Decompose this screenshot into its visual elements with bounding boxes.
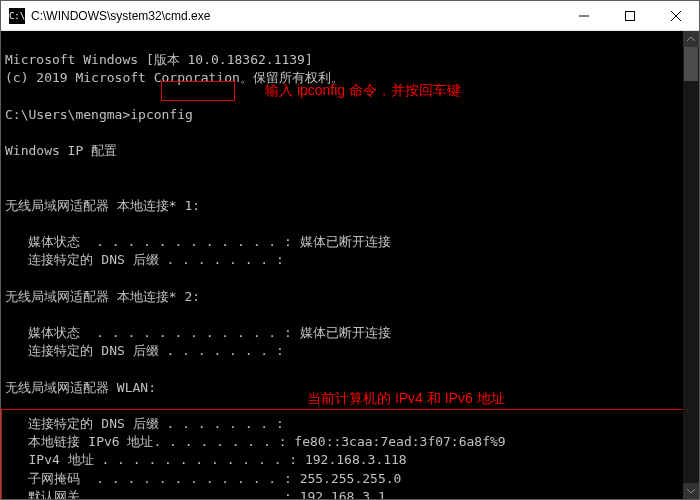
adapter3-subnet: 子网掩码 . . . . . . . . . . . . : 255.255.2… xyxy=(5,471,401,486)
adapter3-ipv4: IPv4 地址 . . . . . . . . . . . . : 192.16… xyxy=(5,452,407,467)
adapter3-ipv6: 本地链接 IPv6 地址. . . . . . . . : fe80::3caa… xyxy=(5,434,506,449)
cmd-icon: C:\ xyxy=(9,8,25,24)
svg-rect-1 xyxy=(626,11,635,20)
adapter2-dns: 连接特定的 DNS 后缀 . . . . . . . : xyxy=(5,343,284,358)
terminal-output[interactable]: Microsoft Windows [版本 10.0.18362.1139] (… xyxy=(1,31,699,499)
maximize-button[interactable] xyxy=(607,1,653,31)
cmd-window: C:\ C:\WINDOWS\system32\cmd.exe Microsof… xyxy=(0,0,700,500)
scrollbar-track[interactable] xyxy=(683,47,699,483)
adapter3-title: 无线局域网适配器 WLAN: xyxy=(5,380,156,395)
close-button[interactable] xyxy=(653,1,699,31)
version-line: Microsoft Windows [版本 10.0.18362.1139] xyxy=(5,52,313,67)
adapter2-media: 媒体状态 . . . . . . . . . . . . : 媒体已断开连接 xyxy=(5,325,391,340)
adapter3-gateway: 默认网关. . . . . . . . . . . . . : 192.168.… xyxy=(5,489,386,499)
prompt-line: C:\Users\mengma>ipconfig xyxy=(5,107,193,122)
close-icon xyxy=(671,11,681,21)
scrollbar[interactable] xyxy=(683,31,699,499)
minimize-icon xyxy=(579,11,589,21)
adapter1-media: 媒体状态 . . . . . . . . . . . . : 媒体已断开连接 xyxy=(5,234,391,249)
window-title: C:\WINDOWS\system32\cmd.exe xyxy=(31,9,561,23)
scroll-down-button[interactable] xyxy=(683,483,699,499)
adapter1-title: 无线局域网适配器 本地连接* 1: xyxy=(5,198,200,213)
command-text: ipconfig xyxy=(130,107,193,122)
chevron-down-icon xyxy=(687,487,695,495)
maximize-icon xyxy=(625,11,635,21)
ipconfig-title: Windows IP 配置 xyxy=(5,143,117,158)
scroll-up-button[interactable] xyxy=(683,31,699,47)
prompt: C:\Users\mengma> xyxy=(5,107,130,122)
adapter2-title: 无线局域网适配器 本地连接* 2: xyxy=(5,289,200,304)
titlebar: C:\ C:\WINDOWS\system32\cmd.exe xyxy=(1,1,699,31)
annotation-text-2: 当前计算机的 IPv4 和 IPv6 地址 xyxy=(307,389,505,409)
annotation-text-1: 输入 ipconfig 命令，并按回车键 xyxy=(265,81,461,101)
adapter3-dns: 连接特定的 DNS 后缀 . . . . . . . : xyxy=(5,416,284,431)
scrollbar-thumb[interactable] xyxy=(684,47,698,81)
minimize-button[interactable] xyxy=(561,1,607,31)
window-controls xyxy=(561,1,699,31)
chevron-up-icon xyxy=(687,35,695,43)
adapter1-dns: 连接特定的 DNS 后缀 . . . . . . . : xyxy=(5,252,284,267)
